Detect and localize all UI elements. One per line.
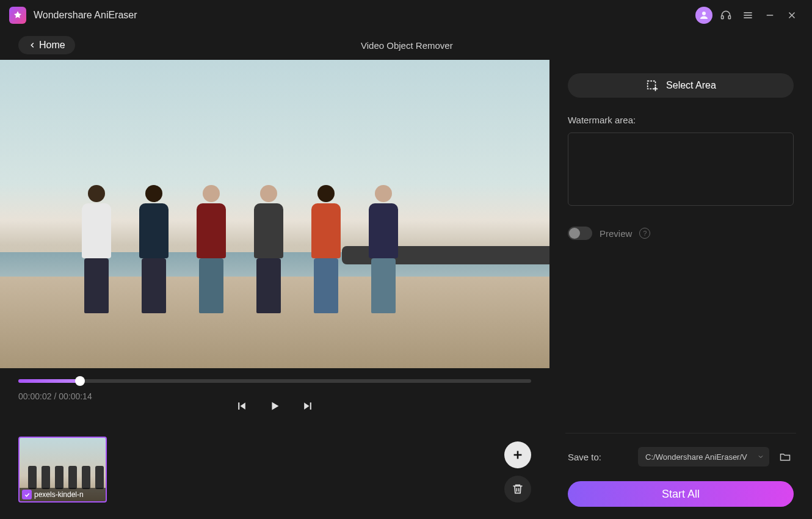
next-frame-button[interactable] [300, 399, 315, 413]
start-all-button[interactable]: Start All [568, 481, 794, 507]
svg-rect-13 [310, 402, 311, 410]
svg-rect-9 [238, 402, 239, 410]
watermark-area-label: Watermark area: [568, 115, 794, 125]
svg-marker-12 [304, 402, 309, 410]
svg-rect-1 [722, 16, 723, 19]
select-area-button[interactable]: Select Area [568, 73, 794, 98]
save-to-label: Save to: [568, 452, 601, 462]
right-panel: Select Area Watermark area: Preview ? Sa… [549, 60, 812, 519]
svg-rect-2 [728, 16, 730, 19]
menu-icon[interactable] [737, 4, 759, 26]
svg-marker-10 [241, 402, 245, 410]
left-panel: 00:00:02 / 00:00:14 [0, 60, 549, 519]
clip-filename: pexels-kindel-n [34, 490, 84, 499]
play-button[interactable] [267, 399, 282, 413]
seekbar-thumb[interactable] [75, 376, 85, 386]
app-title: Wondershare AniEraser [34, 10, 137, 21]
select-area-label: Select Area [666, 80, 716, 91]
minimize-button[interactable] [759, 4, 781, 26]
titlebar: Wondershare AniEraser [0, 0, 812, 31]
browse-folder-button[interactable] [777, 448, 794, 465]
save-path-select[interactable]: C:/Wondershare AniEraser/V [638, 447, 769, 466]
svg-marker-11 [272, 402, 278, 410]
svg-point-0 [702, 12, 706, 15]
preview-help-icon[interactable]: ? [639, 228, 650, 239]
page-title: Video Object Remover [20, 40, 794, 51]
preview-label: Preview [600, 228, 632, 239]
preview-toggle[interactable] [568, 227, 592, 240]
delete-clip-button[interactable] [504, 476, 531, 503]
video-timestamp: 00:00:02 / 00:00:14 [18, 391, 92, 401]
divider [565, 433, 796, 434]
close-button[interactable] [781, 4, 803, 26]
svg-rect-18 [648, 81, 656, 89]
prev-frame-button[interactable] [234, 399, 249, 413]
secondbar: Home Video Object Remover [0, 31, 812, 60]
video-seekbar[interactable] [18, 379, 531, 383]
headset-icon[interactable] [715, 4, 737, 26]
clip-thumbnail[interactable]: pexels-kindel-n [18, 437, 107, 503]
start-all-label: Start All [662, 488, 700, 501]
save-path-value: C:/Wondershare AniEraser/V [645, 452, 747, 462]
clip-checkbox[interactable] [22, 490, 32, 499]
app-logo [9, 7, 26, 24]
video-preview[interactable] [0, 60, 549, 368]
avatar[interactable] [693, 4, 715, 26]
watermark-area-box [568, 132, 794, 206]
add-clip-button[interactable] [504, 441, 531, 468]
